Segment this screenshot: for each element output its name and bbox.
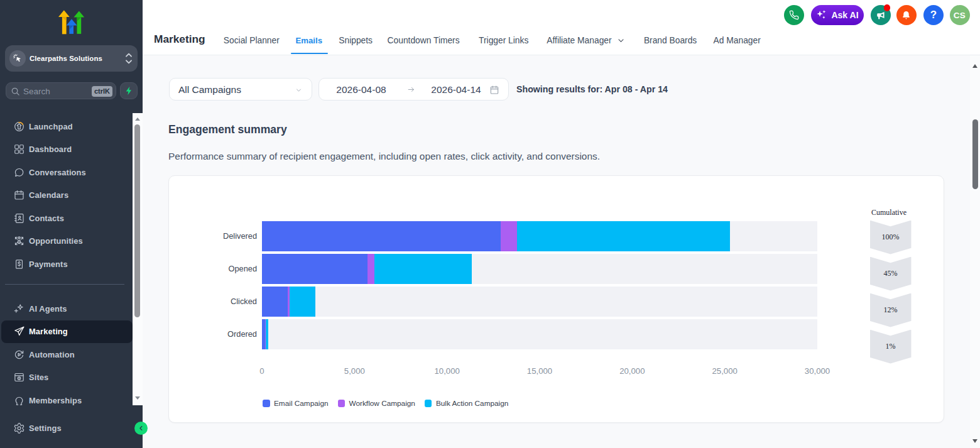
sidebar-collapse-button[interactable] bbox=[134, 422, 148, 435]
chevron-down-icon bbox=[295, 87, 302, 94]
tab-ad-manager[interactable]: Ad Manager bbox=[714, 36, 761, 45]
scroll-down-arrow-icon[interactable] bbox=[972, 439, 977, 443]
sidebar-scrollbar-thumb[interactable] bbox=[134, 124, 140, 317]
avatar-initials: CS bbox=[954, 11, 966, 20]
cumulative-ribbon: 45% bbox=[870, 257, 912, 291]
sidebar-scrollbar[interactable] bbox=[133, 113, 143, 405]
legend-item[interactable]: Bulk Action Campaign bbox=[425, 399, 508, 408]
bar-track-ordered bbox=[262, 319, 817, 350]
agency-avatar bbox=[9, 50, 26, 67]
bar-track-delivered bbox=[262, 221, 817, 252]
category-label: Opened bbox=[169, 254, 257, 285]
scroll-up-arrow-icon[interactable] bbox=[135, 117, 140, 121]
sidebar-item-label: Launchpad bbox=[29, 122, 73, 131]
cumulative-column-title: Cumulative bbox=[858, 208, 920, 217]
legend-item[interactable]: Email Campaign bbox=[263, 399, 329, 408]
tab-social-planner[interactable]: Social Planner bbox=[224, 36, 280, 45]
bar-segment bbox=[262, 287, 288, 317]
category-label: Ordered bbox=[169, 319, 257, 350]
x-axis-tick: 5,000 bbox=[329, 366, 379, 376]
sidebar-item-opportunities[interactable]: Opportunities bbox=[1, 230, 133, 253]
active-tab-underline bbox=[291, 53, 328, 55]
tab-snippets[interactable]: Snippets bbox=[339, 36, 373, 45]
tab-trigger-links[interactable]: Trigger Links bbox=[479, 36, 528, 45]
tab-countdown-timers[interactable]: Countdown Timers bbox=[388, 36, 460, 45]
legend-label: Bulk Action Campaign bbox=[436, 399, 508, 408]
sidebar-item-label: Calendars bbox=[29, 190, 68, 200]
dashboard-icon bbox=[13, 143, 25, 155]
agency-name: Clearpaths Solutions bbox=[30, 45, 102, 72]
date-start-value[interactable]: 2026-04-08 bbox=[333, 79, 389, 101]
bar-segment bbox=[262, 254, 368, 285]
sidebar-item-automation[interactable]: Automation bbox=[1, 343, 133, 366]
memberships-icon bbox=[13, 395, 25, 407]
category-label: Delivered bbox=[169, 221, 257, 252]
scroll-down-arrow-icon[interactable] bbox=[135, 396, 140, 400]
help-label: ? bbox=[930, 9, 937, 21]
search-icon bbox=[11, 87, 20, 96]
main-scrollbar[interactable] bbox=[970, 55, 980, 448]
legend-item[interactable]: Workflow Campaign bbox=[338, 399, 415, 408]
sidebar-divider bbox=[5, 284, 124, 285]
page-title: Marketing bbox=[154, 33, 205, 46]
sidebar-item-launchpad[interactable]: Launchpad bbox=[1, 116, 133, 138]
phone-button[interactable] bbox=[784, 5, 804, 25]
lightning-icon bbox=[124, 85, 134, 96]
ask-ai-label: Ask AI bbox=[831, 10, 858, 20]
search-input[interactable]: Search ctrlK bbox=[6, 82, 116, 99]
bar-segment bbox=[262, 221, 501, 252]
sidebar-item-settings[interactable]: Settings bbox=[1, 417, 133, 439]
scroll-up-arrow-icon[interactable] bbox=[972, 64, 977, 68]
marketing-icon bbox=[13, 325, 25, 337]
notifications-button[interactable] bbox=[896, 5, 917, 25]
date-range-picker[interactable]: 2026-04-08 2026-04-14 bbox=[318, 78, 509, 101]
chart-legend: Email CampaignWorkflow CampaignBulk Acti… bbox=[263, 399, 508, 408]
sidebar-item-label: Contacts bbox=[29, 214, 64, 223]
legend-label: Email Campaign bbox=[274, 399, 329, 408]
help-button[interactable]: ? bbox=[923, 5, 944, 25]
tab-brand-boards[interactable]: Brand Boards bbox=[644, 36, 697, 45]
opportunities-icon bbox=[13, 235, 25, 247]
sidebar-item-dashboard[interactable]: Dashboard bbox=[1, 138, 133, 161]
sidebar-item-memberships[interactable]: Memberships bbox=[1, 389, 133, 412]
agency-switcher[interactable]: Clearpaths Solutions bbox=[5, 45, 138, 72]
bell-icon bbox=[901, 10, 912, 21]
sidebar-item-marketing[interactable]: Marketing bbox=[1, 320, 133, 343]
sidebar-item-contacts[interactable]: Contacts bbox=[1, 207, 133, 229]
sidebar-item-sites[interactable]: Sites bbox=[1, 366, 133, 389]
bar-track-clicked bbox=[262, 287, 817, 317]
tab-affiliate-manager[interactable]: Affiliate Manager bbox=[547, 36, 624, 45]
ask-ai-button[interactable]: Ask AI bbox=[811, 5, 864, 25]
legend-swatch bbox=[425, 400, 432, 407]
calendars-icon bbox=[13, 189, 25, 201]
main-scrollbar-thumb[interactable] bbox=[972, 119, 979, 189]
sidebar-item-conversations[interactable]: Conversations bbox=[1, 161, 133, 183]
cumulative-ribbon: 100% bbox=[870, 221, 912, 254]
user-avatar[interactable]: CS bbox=[950, 5, 970, 25]
date-end-value[interactable]: 2026-04-14 bbox=[428, 79, 484, 101]
campaign-select[interactable]: All Campaigns bbox=[169, 78, 312, 101]
contacts-icon bbox=[13, 212, 25, 224]
search-placeholder: Search bbox=[23, 83, 50, 100]
sidebar-item-label: Memberships bbox=[29, 396, 82, 405]
sidebar-item-calendars[interactable]: Calendars bbox=[1, 184, 133, 207]
chevron-down-icon bbox=[617, 36, 625, 45]
sidebar-item-label: AI Agents bbox=[29, 304, 67, 314]
legend-label: Workflow Campaign bbox=[349, 399, 415, 408]
sidebar-item-label: Payments bbox=[29, 260, 68, 269]
x-axis-tick: 25,000 bbox=[700, 366, 750, 376]
main-content: All Campaigns 2026-04-08 2026-04-14 Show… bbox=[143, 55, 980, 448]
gohighlevel-logo-icon bbox=[58, 6, 85, 35]
sidebar: Clearpaths Solutions Search ctrlK Launch… bbox=[0, 0, 143, 448]
bar-segment bbox=[501, 221, 518, 252]
announcements-button[interactable] bbox=[871, 5, 891, 25]
quick-actions-button[interactable] bbox=[120, 82, 138, 99]
notification-dot bbox=[884, 4, 891, 11]
sidebar-item-payments[interactable]: Payments bbox=[1, 253, 133, 275]
cumulative-value: 1% bbox=[886, 342, 896, 351]
sidebar-item-label: Settings bbox=[29, 423, 62, 433]
showing-results-text: Showing results for: Apr 08 - Apr 14 bbox=[516, 84, 668, 94]
sidebar-item-ai-agents[interactable]: AI Agents bbox=[1, 297, 133, 320]
sidebar-item-label: Dashboard bbox=[29, 145, 72, 154]
tab-emails[interactable]: Emails bbox=[296, 36, 323, 45]
